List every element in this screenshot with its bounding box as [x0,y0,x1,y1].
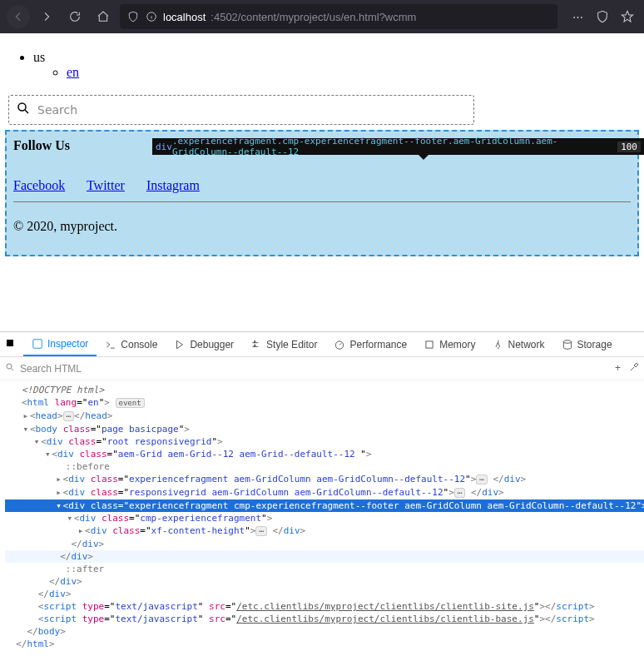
dom-line[interactable]: </body> [5,625,644,638]
copyright-text: © 2020, myproject. [13,219,631,234]
reload-button[interactable] [63,5,87,28]
url-host: localhost [163,11,206,23]
breadcrumb: us en [0,33,644,80]
page-viewport: us en Search Follow Us Facebook Twitter … [0,33,644,331]
dom-line[interactable]: ▾<div class="root responsivegrid"> [5,435,644,448]
page-actions-button[interactable]: ⋯ [567,5,587,28]
tooltip-tag: div [156,142,172,152]
svg-point-6 [563,340,571,343]
search-icon [5,362,15,375]
dom-line[interactable]: ::after [5,563,644,575]
tooltip-classes: .experiencefragment.cmp-experiencefragme… [172,136,617,157]
svg-point-7 [7,364,12,369]
breadcrumb-item-en[interactable]: en [67,65,644,80]
dom-line[interactable]: ▾<body class="page basicpage"> [5,423,644,435]
element-picker-button[interactable] [0,338,23,351]
tab-inspector[interactable]: Inspector [23,332,97,356]
info-icon [145,10,158,23]
search-icon [16,101,31,119]
dom-line[interactable]: </div> [5,550,644,563]
dom-line[interactable]: ▾<div class="aem-Grid aem-Grid--12 aem-G… [5,448,644,460]
tooltip-dimensions: 100 [617,142,641,152]
forward-button[interactable] [35,5,58,28]
instagram-link[interactable]: Instagram [146,178,200,192]
url-path: :4502/content/myproject/us/en.html?wcmm [211,11,416,23]
devtools-tabs: Inspector Console Debugger Style Editor … [0,332,644,357]
home-button[interactable] [92,5,115,28]
dom-line[interactable]: <script type="text/javascript" src="/etc… [5,600,644,613]
dom-line[interactable]: </html> [5,638,644,650]
dom-line[interactable]: ▸<div class="xf-content-height">⋯ </div> [5,524,644,538]
svg-point-1 [18,103,26,111]
back-button[interactable] [7,5,30,28]
add-node-button[interactable]: + [615,362,621,375]
shield-icon [126,10,140,23]
dom-tree[interactable]: <!DOCTYPE html> <html lang="en"> event ▸… [0,380,644,654]
dom-line[interactable]: </div> [5,575,644,588]
search-component[interactable]: Search [8,95,474,125]
tab-style-editor[interactable]: Style Editor [242,332,325,356]
inspector-tooltip: div.experiencefragment.cmp-experiencefra… [152,138,644,155]
search-placeholder: Search [37,103,77,117]
bookmark-button[interactable] [617,5,637,28]
facebook-link[interactable]: Facebook [13,178,65,192]
devtools-panel: Inspector Console Debugger Style Editor … [0,331,644,656]
eyedropper-button[interactable] [629,362,639,375]
twitter-link[interactable]: Twitter [87,178,125,192]
tab-network[interactable]: Network [484,332,553,356]
social-links: Facebook Twitter Instagram [13,178,631,193]
devtools-search-bar[interactable]: Search HTML + [0,357,644,380]
tracking-button[interactable] [592,5,612,28]
browser-toolbar: localhost:4502/content/myproject/us/en.h… [0,0,644,33]
tab-console[interactable]: Console [97,332,166,356]
tab-debugger[interactable]: Debugger [166,332,242,356]
dom-line[interactable]: </div> [5,538,644,550]
dom-line[interactable]: <!DOCTYPE html> [5,384,644,396]
tab-memory[interactable]: Memory [415,332,483,356]
tab-performance[interactable]: Performance [325,332,415,356]
dom-line[interactable]: </div> [5,588,644,600]
dom-line[interactable]: <html lang="en"> event [5,396,644,410]
url-bar[interactable]: localhost:4502/content/myproject/us/en.h… [120,4,557,29]
footer-divider [13,201,631,202]
svg-rect-3 [33,339,42,348]
svg-rect-2 [7,340,13,346]
tab-storage[interactable]: Storage [553,332,621,356]
dom-line[interactable]: ::before [5,460,644,473]
dom-line-selected[interactable]: ▾<div class="experiencefragment cmp-expe… [5,499,644,512]
breadcrumb-item-us: us en [33,50,644,80]
dom-line[interactable]: ▸<div class="responsivegrid aem-GridColu… [5,486,644,499]
dom-line[interactable]: ▸<div class="experiencefragment aem-Grid… [5,473,644,486]
dom-line[interactable]: ▸<head>⋯</head> [5,410,644,423]
dom-line[interactable]: ▾<div class="cmp-experiencefragment"> [5,512,644,524]
svg-rect-5 [426,340,433,347]
dom-line[interactable]: <script type="text/javascript" src="/etc… [5,613,644,625]
search-html-placeholder: Search HTML [20,363,82,375]
